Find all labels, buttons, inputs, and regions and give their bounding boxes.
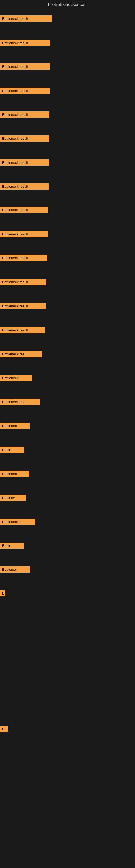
site-title: TheBottlenecker.com [0,0,135,9]
bottleneck-result-item: Bottleneck result [0,159,49,166]
bottleneck-result-item: Bottleneck res [0,399,40,405]
bottleneck-result-item: Bottlenec [0,471,29,477]
bottleneck-result-item: Bottle [0,542,24,549]
bottleneck-result-item: B [0,590,5,596]
bottleneck-result-item: Bottlene [0,495,26,501]
bottleneck-result-item: Bottleneck result [0,231,48,237]
bottleneck-result-item: Bottlenec [0,566,30,572]
bottleneck-result-item: Bottleneck result [0,63,50,70]
bottleneck-result-item: Bottleneck result [0,255,47,261]
bottleneck-result-item: Bottleneck resu [0,351,42,357]
bottleneck-result-item: Bottleneck result [0,279,46,285]
bottleneck-result-item: Bottlenec [0,423,30,429]
bottleneck-result-item: Bottleneck result [0,88,50,94]
bottleneck-result-item: Bottleneck result [0,112,49,118]
bottleneck-result-item: B [0,726,8,732]
bottleneck-result-item: Bottleneck result [0,207,48,213]
bottleneck-result-item: Bottle [0,447,24,453]
bottleneck-result-item: Bottleneck result [0,327,45,333]
bottleneck-result-item: Bottleneck result [0,303,46,309]
bottleneck-result-item: Bottleneck result [0,183,49,190]
bottleneck-result-item: Bottleneck result [0,16,52,22]
bottleneck-result-item: Bottleneck result [0,135,49,142]
bottleneck-result-item: Bottleneck result [0,40,50,46]
bottleneck-result-item: Bottleneck [0,375,32,381]
bottleneck-result-item: Bottleneck r [0,519,35,525]
